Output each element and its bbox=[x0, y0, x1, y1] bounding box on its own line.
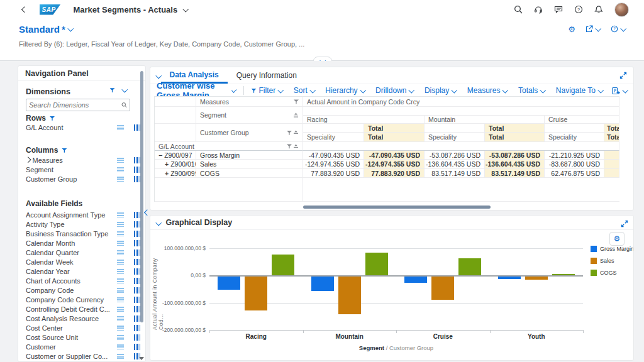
scroll-down-arrow-icon[interactable] bbox=[139, 357, 144, 360]
add-to-columns-icon[interactable] bbox=[134, 334, 140, 341]
segment-mountain-cell[interactable]: Mountain bbox=[425, 116, 545, 124]
add-to-columns-icon[interactable] bbox=[134, 167, 140, 173]
bar-sales[interactable] bbox=[525, 277, 548, 280]
total-header-cell[interactable]: Total bbox=[364, 133, 425, 142]
add-to-rows-icon[interactable] bbox=[117, 167, 124, 172]
segment-racing-cell[interactable]: Racing bbox=[303, 116, 425, 124]
add-to-columns-icon[interactable] bbox=[134, 344, 140, 350]
bar-sales[interactable] bbox=[245, 277, 267, 310]
value-cell[interactable] bbox=[604, 151, 619, 160]
measure-name-cell[interactable]: COGS bbox=[196, 169, 303, 178]
available-field-item[interactable]: Company Code bbox=[26, 285, 142, 295]
add-to-rows-icon[interactable] bbox=[117, 250, 124, 255]
total-header-cell[interactable]: Total bbox=[485, 124, 545, 133]
customer-group-speciality-cell[interactable]: Speciality bbox=[425, 133, 485, 142]
variant-chevron-icon[interactable] bbox=[68, 25, 74, 31]
add-to-rows-icon[interactable] bbox=[117, 307, 124, 312]
feedback-icon[interactable] bbox=[554, 5, 563, 14]
add-to-rows-icon[interactable] bbox=[117, 212, 124, 217]
sap-logo[interactable]: SAP bbox=[40, 4, 61, 15]
search-dimensions-input[interactable] bbox=[26, 101, 121, 109]
add-to-columns-icon[interactable] bbox=[134, 176, 140, 182]
legend-item[interactable]: COGS bbox=[591, 270, 617, 276]
help-icon[interactable]: ? bbox=[574, 5, 583, 14]
total-header-cell[interactable]: Total bbox=[364, 124, 425, 133]
available-field-item[interactable]: Company Code Currency bbox=[26, 295, 142, 304]
menu-navigate-to[interactable]: Navigate To bbox=[556, 86, 603, 95]
menu-drilldown[interactable]: Drilldown bbox=[375, 86, 414, 95]
menu-display[interactable]: Display bbox=[425, 86, 457, 95]
add-to-rows-icon[interactable] bbox=[117, 278, 124, 283]
available-field-item[interactable]: Business Transaction Type bbox=[26, 229, 142, 238]
customer-group-header-cell[interactable]: Customer Group bbox=[196, 124, 303, 142]
menu-measures[interactable]: Measures bbox=[467, 86, 508, 95]
add-to-rows-icon[interactable] bbox=[117, 335, 124, 340]
tab-query-information[interactable]: Query Information bbox=[228, 67, 306, 84]
add-to-columns-icon[interactable] bbox=[134, 297, 140, 303]
rows-settings-icon[interactable] bbox=[50, 116, 55, 121]
bar-cogs[interactable] bbox=[552, 274, 575, 276]
dimensions-filter-icon[interactable] bbox=[110, 87, 115, 92]
column-dimension-item[interactable]: Measures bbox=[26, 155, 142, 165]
available-field-item[interactable]: Controlling Debit Credit C... bbox=[26, 304, 142, 314]
add-to-rows-icon[interactable] bbox=[117, 326, 124, 331]
total-header-cell[interactable]: Total bbox=[604, 124, 619, 133]
value-cell[interactable]: -47.090.435 USD bbox=[303, 151, 364, 160]
available-field-item[interactable]: Calendar Year bbox=[26, 266, 142, 276]
nav-panel-scrollbar[interactable] bbox=[140, 71, 143, 358]
expand-toggle-icon[interactable]: + bbox=[165, 170, 169, 177]
available-field-item[interactable]: Cost Source Unit bbox=[26, 332, 142, 342]
menu-filter[interactable]: Filter bbox=[252, 86, 283, 95]
expand-chevron-icon[interactable] bbox=[25, 157, 31, 163]
filtered-by-text[interactable]: Filtered By (6): Ledger, Fiscal Year of … bbox=[19, 40, 304, 48]
add-to-rows-icon[interactable] bbox=[117, 297, 124, 302]
row-expander-cell[interactable]: −Z900/097 bbox=[155, 151, 196, 160]
available-field-item[interactable]: Chart of Accounts bbox=[26, 276, 142, 285]
share-menu[interactable] bbox=[586, 25, 601, 33]
value-cell[interactable]: 62.476.875 USD bbox=[545, 169, 604, 178]
add-to-rows-icon[interactable] bbox=[117, 288, 124, 293]
value-cell[interactable]: 77.883.920 USD bbox=[303, 169, 364, 178]
bar-gross-margin[interactable] bbox=[404, 277, 427, 282]
add-to-rows-icon[interactable] bbox=[117, 177, 124, 182]
panel-splitter-collapse[interactable] bbox=[145, 206, 150, 217]
legend-item[interactable]: Gross Margin bbox=[591, 246, 634, 252]
add-to-columns-icon[interactable] bbox=[134, 250, 140, 256]
add-to-columns-icon[interactable] bbox=[134, 240, 140, 246]
add-to-rows-icon[interactable] bbox=[117, 260, 124, 265]
bar-sales[interactable] bbox=[338, 277, 361, 314]
add-to-rows-icon[interactable] bbox=[117, 241, 124, 246]
add-to-rows-icon[interactable] bbox=[117, 222, 124, 227]
add-to-columns-icon[interactable] bbox=[134, 157, 140, 163]
bar-gross-margin[interactable] bbox=[311, 277, 334, 291]
value-cell[interactable]: -124.974.355 USD bbox=[364, 160, 425, 169]
available-field-item[interactable]: Calendar Quarter bbox=[26, 248, 142, 257]
value-cell[interactable]: -83.687.800 USD bbox=[545, 160, 604, 169]
measures-header-cell[interactable]: Measures bbox=[196, 97, 303, 107]
search-icon[interactable] bbox=[514, 5, 523, 14]
legend-item[interactable]: Sales bbox=[591, 258, 614, 264]
columns-settings-icon[interactable] bbox=[62, 148, 67, 153]
table-horizontal-scrollbar[interactable] bbox=[303, 206, 491, 209]
add-to-columns-icon[interactable] bbox=[134, 259, 140, 265]
add-to-rows-icon[interactable] bbox=[117, 231, 124, 236]
available-field-item[interactable]: Cost Analysis Resource bbox=[26, 314, 142, 323]
value-cell[interactable]: -124.974.355 USD bbox=[303, 160, 364, 169]
value-cell[interactable]: -136.604.435 USD bbox=[485, 160, 545, 169]
available-field-item[interactable]: Customer or Supplier Co... bbox=[26, 351, 142, 361]
menu-hierarchy[interactable]: Hierarchy bbox=[325, 86, 365, 95]
help-menu[interactable]: ? bbox=[611, 25, 626, 33]
row-expander-cell[interactable]: +Z900/0100 bbox=[155, 160, 196, 169]
dimensions-chevron-icon[interactable] bbox=[121, 87, 127, 92]
available-field-item[interactable]: Account Assignment Type bbox=[26, 210, 142, 219]
add-to-rows-icon[interactable] bbox=[117, 344, 124, 349]
expand-table-icon[interactable] bbox=[619, 72, 627, 79]
add-to-columns-icon[interactable] bbox=[134, 268, 140, 275]
value-cell[interactable]: -21.210.925 USD bbox=[545, 151, 604, 160]
gl-account-header-cell[interactable]: G/L Account bbox=[155, 142, 303, 151]
profile-avatar[interactable] bbox=[614, 3, 629, 17]
menu-totals[interactable]: Totals bbox=[518, 86, 545, 95]
add-to-columns-icon[interactable] bbox=[134, 221, 140, 228]
variant-selector[interactable]: Standard * bbox=[19, 24, 72, 35]
total-header-cell[interactable]: Total bbox=[485, 133, 545, 142]
